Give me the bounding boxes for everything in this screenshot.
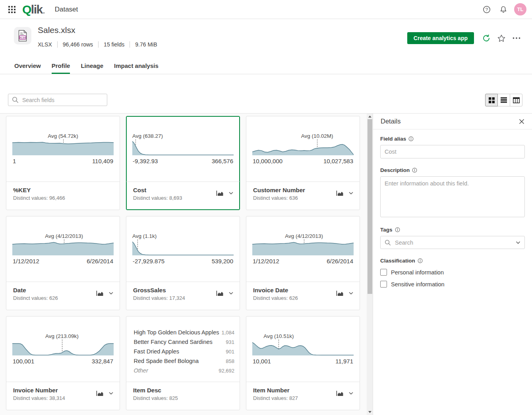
field-card-date[interactable]: Avg (4/12/2013)1/12/20126/26/2014DateDis… [6, 216, 120, 310]
info-icon[interactable] [395, 227, 400, 232]
favorite-star-icon[interactable] [495, 32, 507, 44]
chart-type-icon[interactable] [96, 390, 104, 396]
chevron-down-icon[interactable] [516, 241, 520, 244]
description-label: Description [380, 167, 525, 173]
search-fields-box[interactable] [8, 94, 107, 106]
chart-type-icon[interactable] [216, 190, 224, 196]
chart-type-icon[interactable] [96, 290, 104, 296]
scrollbar-thumb[interactable] [368, 119, 372, 294]
field-name: Cost [133, 187, 182, 193]
classification-option: Sensitive information [380, 281, 525, 288]
checkbox-personal-information[interactable] [380, 269, 387, 276]
user-avatar[interactable]: TL [514, 3, 526, 15]
classification-option: Personal information [380, 269, 525, 276]
field-card-cost[interactable]: Avg (638.27)-9,392.93366,576CostDistinct… [126, 116, 240, 210]
chevron-down-icon[interactable] [229, 292, 233, 295]
chart-type-icon[interactable] [216, 290, 224, 296]
file-meta-item: 9.76 MiB [130, 41, 157, 48]
min-value: 100,001 [13, 358, 34, 365]
tags-select[interactable] [380, 236, 525, 249]
chart-type-icon[interactable] [336, 290, 344, 296]
field-card-actions [336, 290, 353, 296]
file-meta: XLSX96,466 rows15 fields9.76 MiB [38, 41, 157, 48]
chevron-down-icon[interactable] [109, 292, 113, 295]
field-card-footer: Invoice NumberDistinct values: 38,314 [6, 382, 120, 410]
top-value-count: 92,692 [219, 368, 234, 374]
distinct-values: Distinct values: 96,466 [13, 195, 65, 201]
tab-overview[interactable]: Overview [14, 59, 41, 74]
field-card-footer: Item NumberDistinct values: 827 [246, 382, 360, 410]
field-card-actions [96, 290, 113, 296]
chevron-down-icon[interactable] [109, 392, 113, 395]
chart-type-icon[interactable] [336, 190, 344, 196]
minmax-row: 1110,409 [13, 158, 113, 164]
max-value: 11,971 [335, 358, 353, 365]
max-value: 6/26/2014 [327, 258, 353, 264]
topbar: Qlik Dataset ? TL [0, 0, 532, 19]
info-icon[interactable] [408, 136, 414, 141]
reload-icon[interactable] [480, 32, 492, 44]
tags-label-text: Tags [380, 227, 393, 233]
min-value: -9,392.93 [133, 158, 158, 164]
field-card-invoice-date[interactable]: Avg (4/12/2013)1/12/20126/26/2014Invoice… [246, 216, 360, 310]
scroll-up-arrow[interactable] [367, 114, 373, 120]
top-value-label: Better Fancy Canned Sardines [134, 339, 213, 345]
field-card-grosssales[interactable]: Avg (1.1k)-27,929.875539,200GrossSalesDi… [126, 216, 240, 310]
field-card-invoice-number[interactable]: Avg (213.09k)100,001332,847Invoice Numbe… [6, 316, 120, 410]
chevron-down-icon[interactable] [349, 292, 353, 295]
avg-label: Avg (638.27) [132, 133, 163, 139]
field-card-info: Invoice NumberDistinct values: 38,314 [13, 387, 65, 401]
field-card-key[interactable]: Avg (54.72k)1110,409%KEYDistinct values:… [6, 116, 120, 210]
tab-impact-analysis[interactable]: Impact analysis [114, 59, 159, 74]
field-card-customer-number[interactable]: Avg (10.02M)10,000,00010,027,583Customer… [246, 116, 360, 210]
min-value: 1/12/2012 [13, 258, 39, 264]
distribution-area-chart [252, 140, 354, 155]
app-launcher-icon[interactable] [6, 3, 18, 16]
min-value: 10,001 [253, 358, 271, 365]
top-value-label: High Top Golden Delcious Apples [134, 329, 219, 336]
dataset-title: Sales.xlsx [38, 25, 75, 35]
more-options-icon[interactable] [511, 32, 522, 44]
qlik-logo[interactable]: Qlik [22, 4, 44, 15]
field-alias-input[interactable] [380, 145, 525, 158]
classification-label-text: Classification [380, 258, 415, 264]
field-card-info: GrossSalesDistinct values: 17,324 [133, 287, 185, 301]
list-view-button[interactable] [497, 94, 510, 106]
info-icon[interactable] [412, 168, 417, 173]
help-icon[interactable]: ? [481, 4, 493, 15]
grid-view-button[interactable] [485, 94, 498, 106]
view-toggle-group [485, 94, 522, 106]
chart-type-icon[interactable] [336, 390, 344, 396]
tags-search-input[interactable] [394, 239, 513, 246]
chevron-down-icon[interactable] [229, 192, 233, 195]
chevron-down-icon[interactable] [349, 192, 353, 195]
field-name: Invoice Number [13, 387, 65, 394]
field-card-actions [336, 190, 353, 196]
tab-lineage[interactable]: Lineage [81, 59, 103, 74]
notifications-bell-icon[interactable] [497, 4, 509, 15]
distinct-values: Distinct values: 827 [253, 395, 298, 401]
field-card-info: Item DescDistinct values: 825 [133, 387, 178, 401]
avg-label: Avg (4/12/2013) [45, 233, 83, 239]
field-card-item-number[interactable]: Avg (10.51k)10,00111,971Item NumberDisti… [246, 316, 360, 410]
minmax-row: 10,000,00010,027,583 [253, 158, 353, 164]
close-icon[interactable] [519, 119, 524, 124]
top-value-row: Red Spade Beef Bologna858 [134, 356, 235, 366]
vertical-scrollbar[interactable] [367, 114, 373, 415]
distinct-values: Distinct values: 8,693 [133, 195, 182, 201]
tab-profile[interactable]: Profile [52, 59, 70, 74]
create-analytics-app-button[interactable]: Create analytics app [407, 32, 474, 44]
table-view-button[interactable] [510, 94, 522, 106]
checkbox-sensitive-information[interactable] [380, 281, 387, 288]
field-card-item-desc[interactable]: High Top Golden Delcious Apples1,084Bett… [126, 316, 240, 410]
info-icon[interactable] [418, 258, 423, 263]
field-card-footer: CostDistinct values: 8,693 [126, 181, 240, 210]
scroll-down-arrow[interactable] [367, 409, 373, 415]
chevron-down-icon[interactable] [349, 392, 353, 395]
distinct-values: Distinct values: 626 [253, 295, 298, 301]
minmax-row: 10,00111,971 [253, 358, 353, 365]
field-card-info: DateDistinct values: 626 [13, 287, 58, 301]
search-fields-input[interactable] [21, 97, 103, 104]
description-textarea[interactable] [380, 176, 525, 217]
file-meta-item: XLSX [38, 41, 52, 48]
